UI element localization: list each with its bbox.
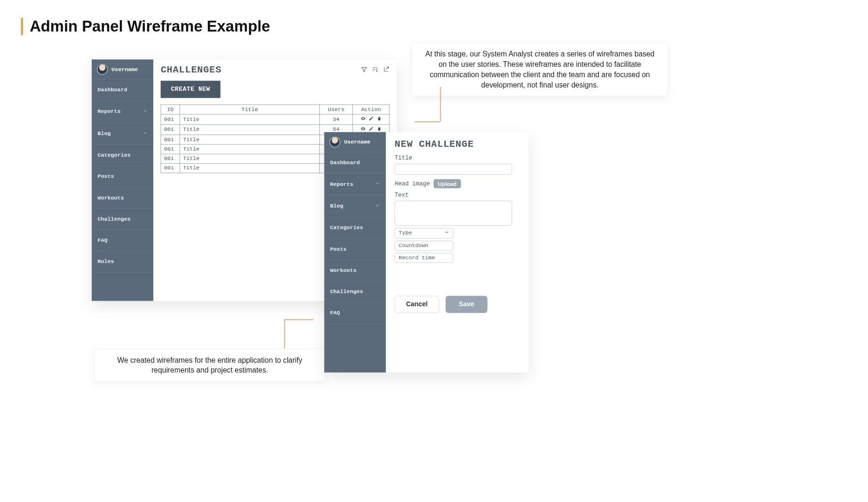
connector-line xyxy=(440,87,441,121)
sidebar-item-categories[interactable]: Categories xyxy=(324,218,386,239)
sidebar-item-label: Dashboard xyxy=(330,159,360,166)
sidebar-item-reports[interactable]: Reports xyxy=(92,101,153,123)
callout-bottom: We created wireframes for the entire app… xyxy=(94,349,325,382)
callout-top: At this stage, our System Analyst create… xyxy=(411,42,668,96)
sidebar-item-faq[interactable]: FAQ xyxy=(92,230,153,251)
cell-title: Title xyxy=(180,144,320,154)
sidebar-item-label: Categories xyxy=(330,225,363,231)
sidebar-item-label: Challenges xyxy=(97,216,130,222)
cell-title: Title xyxy=(180,154,320,163)
heading-text: Admin Panel Wireframe Example xyxy=(30,17,270,35)
table-header-row: ID Title Users Action xyxy=(161,105,389,114)
label-title: Title xyxy=(395,155,520,161)
sidebar-item-workouts[interactable]: Workouts xyxy=(92,188,153,209)
sidebar-item-label: Blog xyxy=(97,131,110,137)
connector-line xyxy=(284,319,285,349)
connector-line xyxy=(414,121,440,122)
sidebar-item-posts[interactable]: Posts xyxy=(324,239,386,260)
sidebar-item-label: Dashboard xyxy=(97,87,127,93)
username-label: Username xyxy=(111,66,138,72)
sidebar-item-label: Workouts xyxy=(330,268,356,274)
cell-id: 001 xyxy=(161,144,180,154)
sidebar-item-label: Posts xyxy=(97,174,114,180)
sidebar: Username DashboardReportsBlogCategoriesP… xyxy=(92,59,153,301)
text-input[interactable] xyxy=(395,201,512,226)
col-action: Action xyxy=(353,105,389,114)
chevron-down-icon xyxy=(375,203,380,210)
option-label: Countdown xyxy=(399,243,428,249)
cell-id: 001 xyxy=(161,163,180,173)
sidebar-user[interactable]: Username xyxy=(92,59,153,80)
option-countdown[interactable]: Countdown xyxy=(395,241,453,251)
chevron-down-icon xyxy=(375,181,380,188)
sidebar-item-posts[interactable]: Posts xyxy=(92,166,153,187)
upload-button[interactable]: Upload xyxy=(434,179,461,189)
callout-top-text: At this stage, our System Analyst create… xyxy=(426,50,655,89)
sidebar-item-reports[interactable]: Reports xyxy=(324,174,386,196)
cell-action xyxy=(353,114,389,125)
sidebar-item-label: FAQ xyxy=(97,238,107,244)
sidebar-item-dashboard[interactable]: Dashboard xyxy=(324,152,386,174)
sidebar-item-label: FAQ xyxy=(330,310,340,316)
sidebar-user[interactable]: Username xyxy=(324,132,386,152)
sidebar-item-faq[interactable]: FAQ xyxy=(324,303,386,324)
chevron-down-icon xyxy=(444,230,450,237)
sort-icon[interactable] xyxy=(372,66,379,74)
cell-id: 001 xyxy=(161,114,180,125)
sidebar-item-roles[interactable]: Roles xyxy=(92,251,153,272)
sidebar-item-label: Challenges xyxy=(330,289,363,295)
cell-title: Title xyxy=(180,125,320,135)
username-label: Username xyxy=(344,139,371,145)
create-new-button[interactable]: CREATE NEW xyxy=(161,81,221,98)
option-record-time[interactable]: Record time xyxy=(395,253,453,263)
col-title: Title xyxy=(180,105,320,114)
edit-icon[interactable] xyxy=(369,116,374,123)
cell-title: Title xyxy=(180,114,320,125)
page-heading: Admin Panel Wireframe Example xyxy=(21,17,270,35)
col-users: Users xyxy=(320,105,353,114)
sidebar: Username DashboardReportsBlogCategoriesP… xyxy=(324,132,386,373)
sidebar-item-label: Categories xyxy=(97,152,130,159)
sidebar-item-label: Workouts xyxy=(97,195,124,201)
page-title: CHALLENGES xyxy=(161,64,222,75)
filter-icon[interactable] xyxy=(361,66,368,74)
window-new-challenge: Username DashboardReportsBlogCategoriesP… xyxy=(324,132,529,373)
cell-id: 001 xyxy=(161,154,180,163)
heading-accent-bar xyxy=(21,17,23,35)
table-row: 001Title34 xyxy=(161,114,389,125)
label-head-image: Head image xyxy=(395,180,430,187)
eye-icon[interactable] xyxy=(360,116,365,123)
sidebar-item-workouts[interactable]: Workouts xyxy=(324,260,386,281)
sidebar-item-label: Roles xyxy=(97,259,114,265)
option-label: Record time xyxy=(399,255,435,261)
avatar xyxy=(97,64,108,75)
cell-title: Title xyxy=(180,135,320,144)
sidebar-item-label: Blog xyxy=(330,203,343,209)
sidebar-item-challenges[interactable]: Challenges xyxy=(324,281,386,303)
form-title: NEW CHALLENGE xyxy=(395,139,520,150)
sidebar-item-blog[interactable]: Blog xyxy=(92,123,153,145)
chevron-down-icon xyxy=(142,130,148,137)
sidebar-item-label: Reports xyxy=(330,181,353,187)
save-button[interactable]: Save xyxy=(446,296,488,313)
sidebar-item-label: Reports xyxy=(97,109,120,115)
col-id: ID xyxy=(161,105,180,114)
sidebar-item-categories[interactable]: Categories xyxy=(92,145,153,166)
form-panel: NEW CHALLENGE Title Head image Upload Te… xyxy=(386,132,529,373)
connector-line xyxy=(284,319,314,320)
avatar xyxy=(329,136,340,147)
sidebar-item-dashboard[interactable]: Dashboard xyxy=(92,80,153,101)
export-icon[interactable] xyxy=(383,66,389,74)
sidebar-item-label: Posts xyxy=(330,246,347,252)
cancel-button[interactable]: Cancel xyxy=(395,296,439,313)
cell-title: Title xyxy=(180,163,320,173)
delete-icon[interactable] xyxy=(377,116,382,123)
title-input[interactable] xyxy=(395,164,512,175)
type-select-label: Type xyxy=(399,230,412,236)
sidebar-item-blog[interactable]: Blog xyxy=(324,196,386,218)
cell-id: 001 xyxy=(161,125,180,135)
sidebar-item-challenges[interactable]: Challenges xyxy=(92,209,153,230)
type-select[interactable]: Type xyxy=(395,228,453,239)
header-toolbar xyxy=(361,66,390,74)
cell-users: 34 xyxy=(320,114,353,125)
